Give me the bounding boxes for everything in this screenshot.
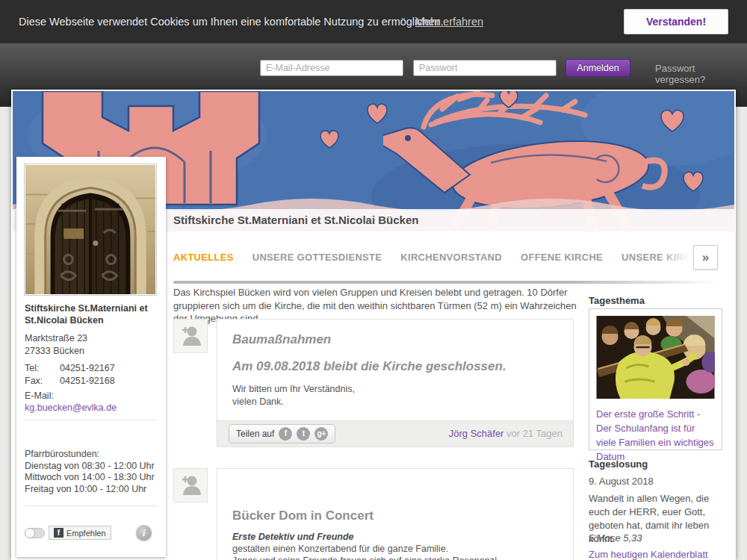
tel-label: Tel: — [25, 362, 60, 375]
article-author-avatar — [173, 468, 208, 503]
forgot-password-link[interactable]: Passwort vergessen? — [655, 63, 747, 85]
hours-line: Mittwoch von 14:00 - 18:30 Uhr — [25, 472, 158, 484]
author-link[interactable]: Jörg Schäfer — [449, 428, 504, 439]
tageslosung-heading: Tageslosung — [589, 458, 648, 470]
tab-fade — [657, 252, 691, 263]
article-author-avatar — [173, 319, 208, 353]
share-button[interactable]: Teilen auf f t g+ — [229, 424, 335, 444]
church-door-photo — [24, 164, 157, 296]
cookie-banner: Diese Webseite verwendet Cookies um Ihne… — [0, 0, 747, 43]
article-title: Bücker Dom in Concert — [232, 508, 573, 523]
contact-street: Marktstraße 23 — [25, 332, 158, 345]
email-field[interactable] — [260, 60, 403, 76]
article-card-baumassnahmen: Baumaßnahmen Am 09.08.2018 bleibt die Ki… — [217, 319, 574, 447]
article-meta: Jörg Schäfer vor 21 Tagen — [449, 421, 562, 447]
tagesthema-heading: Tagesthema — [589, 295, 645, 306]
cookie-more-link[interactable]: Mehr erfahren — [415, 16, 483, 28]
fax-label: Fax: — [25, 375, 60, 388]
facebook-icon: f — [54, 528, 63, 538]
office-hours: Pfarrbürostunden: Dienstag von 08:30 - 1… — [25, 449, 158, 495]
nav-underline — [173, 281, 721, 284]
hours-title: Pfarrbürostunden: — [25, 449, 158, 461]
divider — [25, 420, 158, 420]
twitter-icon[interactable]: t — [297, 427, 310, 441]
info-icon[interactable]: i — [136, 525, 152, 541]
tagesthema-card: Der erste große Schritt - Der Schulanfan… — [589, 308, 722, 450]
email-link[interactable]: kg.buecken@evlka.de — [25, 402, 158, 414]
contact-address: Marktstraße 23 27333 Bücken — [25, 332, 158, 358]
tab-kirchenvorstand[interactable]: KIRCHENVORSTAND — [400, 252, 502, 263]
contact-card: Stiftskirche St.Materniani et St.Nicolai… — [16, 157, 166, 557]
cookie-accept-button[interactable]: Verstanden! — [624, 9, 728, 34]
time-ago: vor 21 Tagen — [506, 428, 562, 439]
add-user-icon — [178, 473, 203, 498]
toggle-knob — [25, 528, 35, 538]
share-toggle[interactable] — [25, 528, 45, 538]
facebook-recommend-button[interactable]: f Empfehlen — [49, 526, 111, 540]
cookie-message: Diese Webseite verwendet Cookies um Ihne… — [19, 16, 444, 28]
article-card-concert: Bücker Dom in Concert Erste Detektiv und… — [217, 468, 574, 560]
page-title: Stiftskirche St.Materniani et St.Nicolai… — [173, 209, 418, 231]
main-nav: AKTUELLES UNSERE GOTTESDIENSTE KIRCHENVO… — [173, 243, 731, 271]
contact-phone: Tel:04251-92167 Fax:04251-92168 — [25, 362, 158, 388]
hours-line: Dienstag von 08:30 - 12:00 Uhr — [25, 461, 158, 473]
article-body-line: Jonas und seine Freunde freuen sich auf … — [232, 555, 573, 560]
social-row: f Empfehlen i — [25, 525, 158, 543]
door-art — [25, 165, 155, 294]
tel-value: 04251-92167 — [60, 363, 115, 373]
article-footer: Teilen auf f t g+ Jörg Schäfer vor 21 Ta… — [217, 420, 573, 446]
fax-value: 04251-92168 — [60, 376, 115, 386]
contact-name: Stiftskirche St.Materniani et St.Nicolai… — [25, 302, 158, 326]
tab-unsere-kirche[interactable]: UNSERE KIRC — [622, 252, 691, 263]
divider — [25, 505, 158, 506]
hours-line: Freitag von 10:00 - 12:00 Uhr — [25, 484, 158, 496]
add-user-icon — [178, 323, 203, 349]
contact-city: 27333 Bücken — [25, 345, 158, 358]
share-label: Teilen auf — [236, 429, 274, 439]
article-body-line: gestalten einen Konzertabend für die gan… — [232, 543, 573, 555]
tagesthema-link[interactable]: Der erste große Schritt - Der Schulanfan… — [596, 407, 716, 464]
article-body-line: vielen Dank. — [232, 396, 573, 408]
login-button[interactable]: Anmelden — [565, 59, 630, 77]
article-title: Baumaßnahmen — [232, 332, 573, 347]
article-body-line: Wir bitten um Ihr Verständnis, — [232, 383, 573, 396]
facebook-icon[interactable]: f — [279, 427, 292, 441]
tab-gottesdienste[interactable]: UNSERE GOTTESDIENSTE — [252, 252, 382, 263]
googleplus-icon[interactable]: g+ — [314, 427, 328, 441]
contact-email: E-Mail: kg.buecken@evlka.de — [25, 390, 158, 414]
calendar-link[interactable]: Zum heutigen Kalenderblatt — [589, 549, 708, 560]
email-label: E-Mail: — [25, 390, 158, 402]
password-field[interactable] — [413, 60, 557, 76]
page: { "cookie_banner": { "message": "Diese W… — [0, 0, 747, 560]
article-subtitle: Am 09.08.2018 bleibt die Kirche geschlos… — [232, 359, 573, 374]
facebook-label: Empfehlen — [66, 529, 106, 538]
tageslosung-date: 9. August 2018 — [589, 476, 654, 487]
article-lead: Erste Detektiv und Freunde — [232, 532, 573, 542]
tagesthema-photo — [596, 316, 715, 399]
nav-more-button[interactable]: » — [693, 245, 718, 270]
tab-aktuelles[interactable]: AKTUELLES — [173, 252, 234, 263]
content-sheet: Stiftskirche St.Materniani et St.Nicolai… — [11, 90, 736, 560]
tageslosung-source: 5.Mose 5,33 — [589, 532, 642, 544]
tab-offene-kirche[interactable]: OFFENE KIRCHE — [521, 252, 603, 263]
